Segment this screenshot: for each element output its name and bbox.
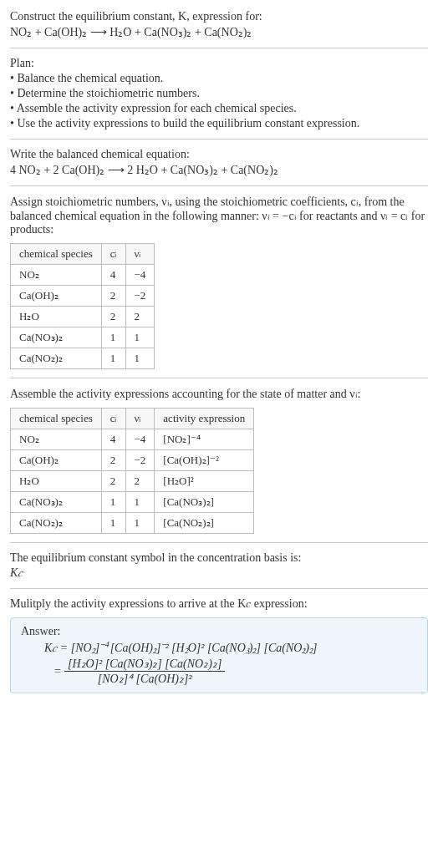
answer-fraction-num: [H₂O]² [Ca(NO₃)₂] [Ca(NO₂)₂] <box>64 657 225 671</box>
col-header: νᵢ <box>125 409 155 429</box>
table-row: H₂O 2 2 [H₂O]² <box>11 471 254 492</box>
symbol-text: The equilibrium constant symbol in the c… <box>10 551 428 565</box>
table-row: H₂O 2 2 <box>11 307 155 327</box>
cell: 1 <box>101 327 125 348</box>
cell: Ca(NO₃)₂ <box>11 492 102 513</box>
cell: H₂O <box>11 471 102 492</box>
col-header: chemical species <box>11 409 102 429</box>
divider <box>10 542 428 543</box>
cell: 1 <box>101 513 125 534</box>
stoichiometry-table: chemical species cᵢ νᵢ NO₂ 4 −4 Ca(OH)₂ … <box>10 243 155 369</box>
answer-fraction: [H₂O]² [Ca(NO₃)₂] [Ca(NO₂)₂] [NO₂]⁴ [Ca(… <box>64 657 225 686</box>
intro-line-1: Construct the equilibrium constant, K, e… <box>10 10 428 23</box>
answer-label: Answer: <box>21 625 417 638</box>
col-header: cᵢ <box>101 244 125 265</box>
cell: NO₂ <box>11 429 102 450</box>
col-header: chemical species <box>11 244 102 265</box>
cell: Ca(OH)₂ <box>11 450 102 471</box>
table-row: Ca(OH)₂ 2 −2 [Ca(OH)₂]⁻² <box>11 450 254 471</box>
cell: −4 <box>125 265 155 286</box>
assign-block: Assign stoichiometric numbers, νᵢ, using… <box>10 195 428 236</box>
col-header: activity expression <box>155 409 254 429</box>
answer-eq-2-lhs: = <box>44 665 61 678</box>
intro-block: Construct the equilibrium constant, K, e… <box>10 10 428 39</box>
divider <box>10 48 428 48</box>
symbol-kc: K𝑐 <box>10 566 428 580</box>
cell: 1 <box>125 492 155 513</box>
table-row: NO₂ 4 −4 [NO₂]⁻⁴ <box>11 429 254 450</box>
cell: 1 <box>101 492 125 513</box>
cell: Ca(OH)₂ <box>11 286 102 307</box>
cell: 2 <box>101 450 125 471</box>
answer-box: Answer: K𝑐 = [NO₂]⁻⁴ [Ca(OH)₂]⁻² [H₂O]² … <box>10 617 428 693</box>
intro-equation: NO₂ + Ca(OH)₂ ⟶ H₂O + Ca(NO₃)₂ + Ca(NO₂)… <box>10 25 428 39</box>
cell: 4 <box>101 429 125 450</box>
col-header: cᵢ <box>101 409 125 429</box>
balanced-header: Write the balanced chemical equation: <box>10 148 428 161</box>
divider <box>10 139 428 140</box>
divider <box>10 378 428 378</box>
cell: 1 <box>101 348 125 369</box>
table-row: Ca(NO₂)₂ 1 1 [Ca(NO₂)₂] <box>11 513 254 534</box>
col-header: νᵢ <box>125 244 155 265</box>
cell: 1 <box>125 348 155 369</box>
cell: −2 <box>125 286 155 307</box>
cell: Ca(NO₂)₂ <box>11 513 102 534</box>
cell: 2 <box>101 286 125 307</box>
table-header-row: chemical species cᵢ νᵢ activity expressi… <box>11 409 254 429</box>
cell: [NO₂]⁻⁴ <box>155 429 254 450</box>
answer-fraction-den: [NO₂]⁴ [Ca(OH)₂]² <box>64 671 225 686</box>
plan-header: Plan: <box>10 57 428 70</box>
cell: 1 <box>125 513 155 534</box>
cell: H₂O <box>11 307 102 327</box>
cell: Ca(NO₃)₂ <box>11 327 102 348</box>
cell: 2 <box>125 307 155 327</box>
cell: [Ca(OH)₂]⁻² <box>155 450 254 471</box>
cell: [Ca(NO₃)₂] <box>155 492 254 513</box>
balanced-block: Write the balanced chemical equation: 4 … <box>10 148 428 177</box>
cell: 2 <box>125 471 155 492</box>
cell: 4 <box>101 265 125 286</box>
table-header-row: chemical species cᵢ νᵢ <box>11 244 155 265</box>
activity-table: chemical species cᵢ νᵢ activity expressi… <box>10 408 254 534</box>
cell: 1 <box>125 327 155 348</box>
multiply-text: Mulitply the activity expressions to arr… <box>10 597 428 611</box>
answer-eq-2: = [H₂O]² [Ca(NO₃)₂] [Ca(NO₂)₂] [NO₂]⁴ [C… <box>44 657 417 686</box>
plan-block: Plan: • Balance the chemical equation. •… <box>10 57 428 130</box>
assemble-text: Assemble the activity expressions accoun… <box>10 387 428 401</box>
balanced-equation: 4 NO₂ + 2 Ca(OH)₂ ⟶ 2 H₂O + Ca(NO₃)₂ + C… <box>10 163 428 177</box>
plan-item: • Balance the chemical equation. <box>10 72 428 85</box>
plan-item: • Use the activity expressions to build … <box>10 117 428 130</box>
cell: [Ca(NO₂)₂] <box>155 513 254 534</box>
multiply-block: Mulitply the activity expressions to arr… <box>10 597 428 611</box>
cell: [H₂O]² <box>155 471 254 492</box>
table-row: Ca(NO₃)₂ 1 1 <box>11 327 155 348</box>
divider <box>10 588 428 589</box>
table-row: NO₂ 4 −4 <box>11 265 155 286</box>
cell: 2 <box>101 471 125 492</box>
answer-eq-1: K𝑐 = [NO₂]⁻⁴ [Ca(OH)₂]⁻² [H₂O]² [Ca(NO₃)… <box>44 642 417 655</box>
cell: −2 <box>125 450 155 471</box>
cell: Ca(NO₂)₂ <box>11 348 102 369</box>
table-row: Ca(OH)₂ 2 −2 <box>11 286 155 307</box>
table-row: Ca(NO₂)₂ 1 1 <box>11 348 155 369</box>
divider <box>10 185 428 186</box>
plan-item: • Determine the stoichiometric numbers. <box>10 87 428 100</box>
assign-text: Assign stoichiometric numbers, νᵢ, using… <box>10 195 428 236</box>
table-row: Ca(NO₃)₂ 1 1 [Ca(NO₃)₂] <box>11 492 254 513</box>
assemble-block: Assemble the activity expressions accoun… <box>10 387 428 401</box>
cell: NO₂ <box>11 265 102 286</box>
cell: 2 <box>101 307 125 327</box>
cell: −4 <box>125 429 155 450</box>
plan-item: • Assemble the activity expression for e… <box>10 102 428 115</box>
symbol-block: The equilibrium constant symbol in the c… <box>10 551 428 580</box>
